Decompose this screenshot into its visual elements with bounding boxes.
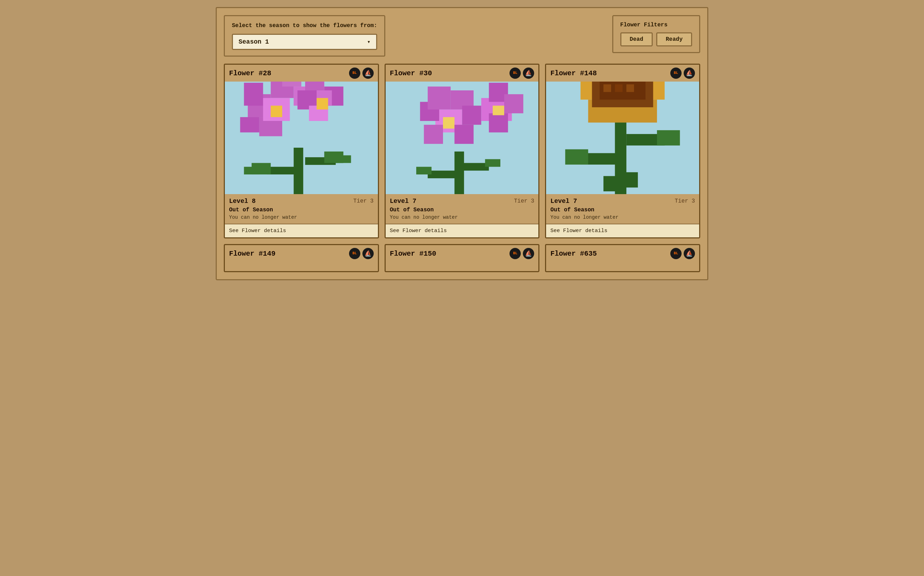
filters-title: Flower Filters xyxy=(620,22,692,28)
opensea-icon-635[interactable]: ⛵ xyxy=(684,248,695,259)
card-tier-148: Tier 3 xyxy=(675,198,695,204)
card-level-148: Level 7 xyxy=(550,198,577,205)
bl-icon-635[interactable]: BL xyxy=(670,248,682,259)
svg-rect-22 xyxy=(317,98,328,109)
bl-icon-149[interactable]: BL xyxy=(349,248,360,259)
bl-icon-148[interactable]: BL xyxy=(670,67,682,79)
svg-rect-14 xyxy=(244,83,263,106)
card-header-30: Flower #30 BL ⛵ xyxy=(386,65,539,82)
svg-rect-13 xyxy=(240,117,259,132)
flower-card-150: Flower #150 BL ⛵ xyxy=(385,244,540,272)
svg-rect-33 xyxy=(443,117,455,129)
chevron-down-icon: ▾ xyxy=(367,38,371,45)
opensea-icon-label-148: ⛵ xyxy=(686,70,693,77)
opensea-icon-label: ⛵ xyxy=(364,70,372,77)
card-desc-30: You can no longer water xyxy=(390,214,534,220)
card-status-148: Out of Season xyxy=(550,207,695,213)
flower-card-30: Flower #30 BL ⛵ xyxy=(385,64,540,238)
card-header-148: Flower #148 BL ⛵ xyxy=(546,65,699,82)
opensea-icon-148[interactable]: ⛵ xyxy=(684,67,695,79)
card-desc-28: You can no longer water xyxy=(229,214,374,220)
card-desc-148: You can no longer water xyxy=(550,214,695,220)
opensea-icon-28[interactable]: ⛵ xyxy=(363,67,374,79)
card-title-30: Flower #30 xyxy=(390,69,432,77)
svg-rect-16 xyxy=(271,106,282,117)
bl-icon-150[interactable]: BL xyxy=(510,248,521,259)
svg-rect-28 xyxy=(428,171,458,178)
svg-rect-29 xyxy=(462,163,489,171)
bl-icon-label-148: BL xyxy=(674,71,678,75)
svg-rect-70 xyxy=(615,85,623,92)
card-header-150: Flower #150 BL ⛵ xyxy=(386,245,539,262)
flower-card-148: Flower #148 BL ⛵ xyxy=(545,64,700,238)
bl-icon-label-635: BL xyxy=(674,252,678,255)
bl-icon-label: BL xyxy=(353,71,357,75)
flower-card-635: Flower #635 BL ⛵ xyxy=(545,244,700,272)
flower-svg-148 xyxy=(546,82,699,194)
card-icons-30: BL ⛵ xyxy=(510,67,534,79)
svg-rect-43 xyxy=(489,113,508,132)
season-dropdown[interactable]: Season 1 ▾ xyxy=(232,34,377,50)
flower-card-28: Flower #28 BL ⛵ xyxy=(224,64,379,238)
card-status-30: Out of Season xyxy=(390,207,534,213)
flower-filters-box: Flower Filters Dead Ready xyxy=(612,15,700,53)
svg-rect-44 xyxy=(492,106,504,115)
filter-ready-button[interactable]: Ready xyxy=(656,32,692,46)
header: Select the season to show the flowers fr… xyxy=(224,15,700,57)
card-footer-30[interactable]: See Flower details xyxy=(386,224,539,237)
card-level-30: Level 7 xyxy=(390,198,417,205)
season-prompt: Select the season to show the flowers fr… xyxy=(232,22,377,30)
flower-svg-28 xyxy=(225,82,378,194)
flower-svg-30 xyxy=(386,82,539,194)
svg-rect-53 xyxy=(623,172,638,187)
svg-rect-52 xyxy=(603,176,619,191)
opensea-icon-149[interactable]: ⛵ xyxy=(363,248,374,259)
card-info-30: Level 7 Tier 3 Out of Season You can no … xyxy=(386,194,539,224)
svg-rect-3 xyxy=(267,167,298,174)
card-icons-150: BL ⛵ xyxy=(510,248,534,259)
filter-dead-button[interactable]: Dead xyxy=(620,32,653,46)
opensea-icon-150[interactable]: ⛵ xyxy=(523,248,534,259)
svg-rect-30 xyxy=(416,167,432,174)
svg-rect-38 xyxy=(424,125,443,144)
svg-rect-69 xyxy=(603,85,611,92)
svg-rect-37 xyxy=(462,106,481,125)
card-title-28: Flower #28 xyxy=(229,69,271,77)
card-title-149: Flower #149 xyxy=(229,250,276,258)
season-dropdown-label: Season 1 xyxy=(239,38,269,45)
card-level-row-28: Level 8 Tier 3 xyxy=(229,198,374,205)
card-footer-148[interactable]: See Flower details xyxy=(546,224,699,237)
card-info-148: Level 7 Tier 3 Out of Season You can no … xyxy=(546,194,699,224)
bottom-cards-grid: Flower #149 BL ⛵ Flower #150 BL xyxy=(224,244,700,272)
card-image-148 xyxy=(546,82,699,194)
card-image-28 xyxy=(225,82,378,194)
card-footer-28[interactable]: See Flower details xyxy=(225,224,378,237)
bl-icon-30[interactable]: BL xyxy=(510,67,521,79)
card-level-row-30: Level 7 Tier 3 xyxy=(390,198,534,205)
svg-rect-39 xyxy=(454,125,473,144)
card-icons-635: BL ⛵ xyxy=(670,248,695,259)
card-level-row-148: Level 7 Tier 3 xyxy=(550,198,695,205)
bl-icon-label-149: BL xyxy=(353,252,357,255)
opensea-icon-label-30: ⛵ xyxy=(525,70,532,77)
svg-rect-6 xyxy=(244,167,259,174)
card-image-30 xyxy=(386,82,539,194)
svg-rect-51 xyxy=(657,130,680,146)
bl-icon-label-150: BL xyxy=(513,252,517,255)
flower-card-149: Flower #149 BL ⛵ xyxy=(224,244,379,272)
svg-rect-8 xyxy=(336,155,351,163)
card-tier-28: Tier 3 xyxy=(353,198,374,204)
card-icons-28: BL ⛵ xyxy=(349,67,374,79)
opensea-icon-label-149: ⛵ xyxy=(364,250,372,257)
card-header-28: Flower #28 BL ⛵ xyxy=(225,65,378,82)
card-status-28: Out of Season xyxy=(229,207,374,213)
page-container: Select the season to show the flowers fr… xyxy=(216,7,708,280)
card-tier-30: Tier 3 xyxy=(514,198,534,204)
svg-rect-35 xyxy=(428,86,451,109)
bl-icon-28[interactable]: BL xyxy=(349,67,360,79)
card-title-148: Flower #148 xyxy=(550,69,597,77)
card-icons-148: BL ⛵ xyxy=(670,67,695,79)
flower-cards-grid: Flower #28 BL ⛵ xyxy=(224,64,700,238)
opensea-icon-30[interactable]: ⛵ xyxy=(523,67,534,79)
card-icons-149: BL ⛵ xyxy=(349,248,374,259)
